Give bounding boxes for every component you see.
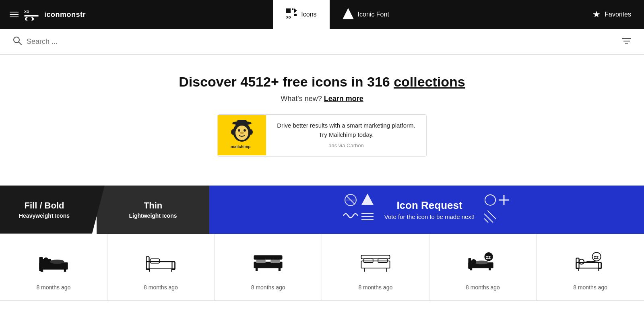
svg-rect-43 (64, 269, 66, 272)
icon-card-3[interactable]: 8 months ago (322, 234, 429, 301)
svg-rect-60 (363, 259, 373, 262)
hero-section: Discover 4512+ free icons in 316 collect… (0, 55, 644, 169)
icon-card-2[interactable]: 8 months ago (215, 234, 322, 301)
ad-body: Drive better results with a smart market… (274, 121, 418, 139)
nav-item-iconic-font[interactable]: Iconic Font (330, 0, 402, 29)
svg-rect-73 (576, 258, 579, 269)
icons-nav-icon: xo (286, 8, 297, 21)
svg-rect-65 (469, 258, 471, 269)
svg-rect-8 (294, 14, 297, 16)
filter-icon[interactable] (622, 37, 631, 46)
icon-timestamp-0: 8 months ago (36, 284, 70, 291)
favorites-star-icon: ★ (592, 9, 601, 20)
svg-rect-47 (147, 256, 149, 269)
ad-text: Drive better results with a smart market… (266, 115, 426, 156)
svg-rect-48 (172, 262, 175, 270)
svg-text:xo: xo (24, 9, 29, 14)
svg-rect-52 (254, 255, 283, 260)
svg-rect-69 (489, 267, 491, 270)
logo-icon: xo (23, 6, 39, 23)
logo-text: iconmonstr (44, 10, 86, 19)
header-nav: xo Icons Iconic Font (95, 0, 580, 29)
category-icon-request[interactable]: Icon Request Vote for the icon to be mad… (209, 186, 644, 234)
svg-point-67 (471, 259, 476, 264)
circle-outline-icon (484, 194, 496, 209)
svg-point-23 (231, 129, 235, 135)
svg-point-45 (50, 259, 64, 264)
thin-subtitle: Lightweight Icons (129, 212, 177, 219)
bed-icon-3 (252, 250, 284, 274)
category-thin[interactable]: Thin Lightweight Icons (97, 186, 209, 234)
ad-logo: mailchimp (218, 115, 266, 155)
icon-timestamp-5: 8 months ago (573, 284, 607, 291)
request-left-icons (343, 194, 375, 225)
icon-grid: 8 months ago 8 months ago (0, 234, 644, 301)
search-bar (0, 29, 644, 55)
collections-link[interactable]: collections (394, 74, 465, 89)
lines-icon (360, 212, 375, 225)
svg-rect-58 (361, 255, 390, 259)
hero-headline: Discover 4512+ free icons in 316 collect… (0, 74, 644, 90)
header-favorites[interactable]: ★ Favorites (580, 0, 644, 29)
icon-timestamp-1: 8 months ago (144, 284, 178, 291)
request-right-icons (484, 194, 510, 225)
svg-point-24 (249, 129, 253, 135)
svg-rect-22 (237, 120, 247, 125)
category-fill-bold[interactable]: Fill / Bold Heavyweight Icons (0, 186, 105, 234)
svg-point-33 (485, 195, 495, 205)
bed-icon-2 (144, 250, 177, 274)
svg-point-18 (238, 129, 240, 132)
svg-marker-10 (343, 8, 354, 19)
icon-timestamp-2: 8 months ago (251, 284, 285, 291)
triangle-icon (360, 194, 375, 209)
svg-line-38 (484, 219, 488, 223)
hero-subheadline: What's new? Learn more (0, 95, 644, 103)
request-title: Icon Request (384, 199, 475, 212)
nav-item-icons[interactable]: xo Icons (273, 0, 329, 29)
bed-icon-5: ZZ (466, 250, 499, 274)
svg-rect-7 (292, 8, 293, 10)
ad-banner[interactable]: mailchimp Drive better results with a sm… (217, 114, 427, 157)
header-left: xo iconmonstr (0, 0, 95, 29)
svg-point-75 (579, 259, 584, 264)
icon-card-1[interactable]: 8 months ago (107, 234, 215, 301)
categories-banner: Fill / Bold Heavyweight Icons Thin Light… (0, 186, 644, 234)
search-icon (13, 36, 22, 47)
svg-text:xo: xo (286, 15, 291, 19)
striped-circle-icon (343, 194, 358, 209)
icon-card-5[interactable]: ZZ 8 months ago (537, 234, 644, 301)
icon-card-4[interactable]: ZZ 8 months ago (429, 234, 537, 301)
svg-marker-6 (294, 8, 297, 13)
hamburger-icon[interactable] (10, 12, 19, 17)
thin-title: Thin (144, 200, 162, 211)
svg-text:mailchimp: mailchimp (231, 144, 250, 149)
svg-rect-56 (256, 267, 258, 271)
icon-timestamp-3: 8 months ago (358, 284, 392, 291)
svg-rect-68 (470, 267, 472, 270)
search-input[interactable] (27, 37, 631, 46)
svg-line-12 (19, 42, 22, 45)
svg-rect-55 (270, 259, 280, 263)
svg-point-66 (475, 260, 489, 264)
request-subtitle: Vote for the icon to be made next! (384, 213, 475, 220)
svg-rect-61 (378, 259, 387, 262)
svg-rect-49 (151, 259, 160, 263)
icon-card-0[interactable]: 8 months ago (0, 234, 107, 301)
svg-point-19 (244, 129, 246, 132)
svg-text:ZZ: ZZ (486, 255, 491, 260)
icon-timestamp-4: 8 months ago (466, 284, 500, 291)
nav-label-icons: Icons (301, 11, 316, 18)
ad-via: ads via Carbon (274, 142, 418, 150)
fill-bold-title: Fill / Bold (25, 200, 64, 211)
bed-icon-4 (359, 250, 392, 274)
diagonal-lines-icon (484, 210, 496, 225)
svg-rect-42 (41, 269, 43, 272)
svg-marker-29 (361, 194, 374, 205)
svg-rect-57 (279, 267, 281, 271)
iconic-font-nav-icon (343, 8, 354, 21)
favorites-label: Favorites (605, 11, 631, 18)
plus-icon (498, 194, 510, 209)
nav-label-iconic-font: Iconic Font (358, 11, 389, 18)
learn-more-link[interactable]: Learn more (324, 95, 363, 103)
request-text: Icon Request Vote for the icon to be mad… (384, 199, 475, 220)
